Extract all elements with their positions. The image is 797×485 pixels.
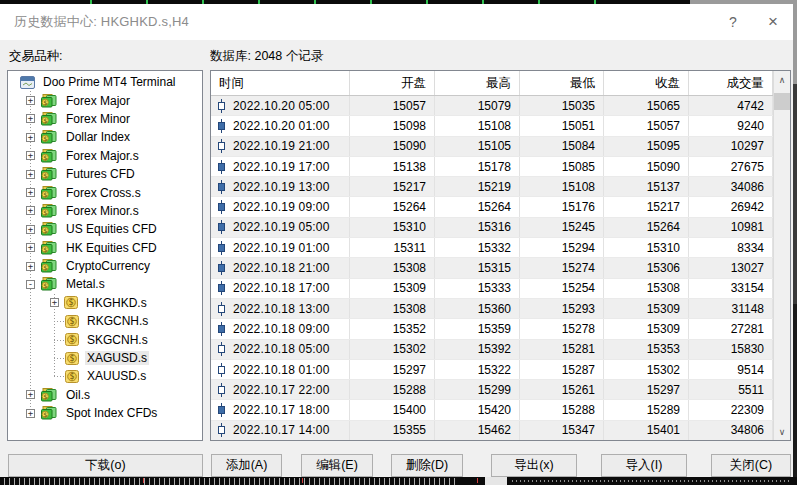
cell-low: 15254 bbox=[520, 279, 604, 298]
tree-item-oil-s[interactable]: +$Oil.s bbox=[8, 386, 202, 404]
history-table-row[interactable]: 2022.10.20 01:00150981510815051150579240 bbox=[211, 116, 773, 136]
tree-item-xauusd-s[interactable]: $XAUUSD.s bbox=[8, 367, 202, 385]
expand-icon[interactable]: + bbox=[26, 409, 35, 418]
history-center-dialog: 历史数据中心: HKGHKD.s,H4 ? × 交易品种: 数据库: 2048 … bbox=[0, 4, 793, 477]
tree-item-xagusd-s[interactable]: $XAGUSD.s bbox=[8, 349, 202, 367]
scroll-down-icon[interactable]: ∨ bbox=[774, 423, 790, 440]
history-table-row[interactable]: 2022.10.17 22:00152881529915261152975511 bbox=[211, 380, 773, 400]
cell-close: 15309 bbox=[604, 299, 689, 318]
export-button[interactable]: 导出(x) bbox=[491, 454, 577, 477]
cell-high: 15108 bbox=[435, 116, 520, 135]
candle-up-icon bbox=[217, 302, 233, 316]
tree-item-skgcnh-s[interactable]: $SKGCNH.s bbox=[8, 330, 202, 348]
tree-item-cryptocurrency[interactable]: +$CryptoCurrency bbox=[8, 257, 202, 275]
history-table-row[interactable]: 2022.10.19 21:00150901510515084150951029… bbox=[211, 137, 773, 157]
symbol-icon: $ bbox=[65, 333, 79, 346]
tree-item-label: SKGCNH.s bbox=[85, 333, 150, 347]
history-table-row[interactable]: 2022.10.19 13:00152171521915108151373408… bbox=[211, 177, 773, 197]
help-button[interactable]: ? bbox=[713, 4, 753, 40]
column-header-low: 最低 bbox=[520, 71, 604, 95]
background-chart-bottom-strip bbox=[0, 477, 797, 485]
cell-open: 15308 bbox=[350, 258, 435, 277]
table-scrollbar[interactable]: ∧ ∨ bbox=[773, 71, 790, 440]
cell-volume: 10297 bbox=[689, 137, 773, 156]
folder-icon: $ bbox=[40, 241, 58, 255]
close-icon[interactable]: × bbox=[753, 4, 793, 40]
tree-item-label: Futures CFD bbox=[64, 167, 137, 181]
expand-icon[interactable]: + bbox=[26, 114, 35, 123]
close-button[interactable]: 关闭(C) bbox=[711, 454, 791, 477]
tree-item-label: CryptoCurrency bbox=[64, 259, 152, 273]
history-table-row[interactable]: 2022.10.20 05:00150571507915035150654742 bbox=[211, 96, 773, 116]
history-table-row[interactable]: 2022.10.18 13:00153081536015293153093114… bbox=[211, 299, 773, 319]
expand-icon[interactable]: + bbox=[26, 225, 35, 234]
expand-icon[interactable]: + bbox=[26, 151, 35, 160]
cell-low: 15288 bbox=[520, 400, 604, 419]
tree-item-us-equities-cfd[interactable]: +$US Equities CFD bbox=[8, 220, 202, 238]
history-table-row[interactable]: 2022.10.17 14:00153551546215347154013480… bbox=[211, 421, 773, 440]
tree-item-hkghkd-s[interactable]: +$HKGHKD.s bbox=[8, 294, 202, 312]
tree-item-forex-minor-s[interactable]: +$Forex Minor.s bbox=[8, 202, 202, 220]
history-table-row[interactable]: 2022.10.17 18:00154001542015288152892230… bbox=[211, 400, 773, 420]
history-table-row[interactable]: 2022.10.18 09:00153521535915278153092728… bbox=[211, 319, 773, 339]
expand-icon[interactable]: + bbox=[26, 390, 35, 399]
time-value: 2022.10.20 05:00 bbox=[233, 99, 330, 113]
tree-item-metal-s[interactable]: -$Metal.s bbox=[8, 275, 202, 293]
cell-high: 15079 bbox=[435, 96, 520, 115]
svg-text:$: $ bbox=[43, 135, 47, 143]
expand-icon[interactable]: + bbox=[26, 243, 35, 252]
history-table-row[interactable]: 2022.10.18 05:00153021539215281153531583… bbox=[211, 340, 773, 360]
tree-item-hk-equities-cfd[interactable]: +$HK Equities CFD bbox=[8, 239, 202, 257]
history-table-row[interactable]: 2022.10.18 01:00152971532215287153029514 bbox=[211, 360, 773, 380]
database-records-label: 数据库: 2048 个记录 bbox=[210, 48, 323, 65]
history-center-screen: 历史数据中心: HKGHKD.s,H4 ? × 交易品种: 数据库: 2048 … bbox=[0, 0, 797, 485]
tree-item-forex-cross-s[interactable]: +$Forex Cross.s bbox=[8, 183, 202, 201]
expand-icon[interactable]: + bbox=[26, 262, 35, 271]
tree-item-forex-minor[interactable]: +$Forex Minor bbox=[8, 110, 202, 128]
tree-item-futures-cfd[interactable]: +$Futures CFD bbox=[8, 165, 202, 183]
tree-item-spot-index-cfds[interactable]: +$Spot Index CFDs bbox=[8, 404, 202, 422]
tree-item-forex-major[interactable]: +$Forex Major bbox=[8, 91, 202, 109]
import-button[interactable]: 导入(I) bbox=[601, 454, 687, 477]
tree-item-forex-major-s[interactable]: +$Forex Major.s bbox=[8, 147, 202, 165]
expand-icon[interactable]: + bbox=[26, 206, 35, 215]
cell-time: 2022.10.17 18:00 bbox=[211, 400, 350, 419]
tree-item-label: US Equities CFD bbox=[64, 222, 159, 236]
symbols-tree: Doo Prime MT4 Terminal+$Forex Major+$For… bbox=[8, 71, 202, 422]
download-button[interactable]: 下载(o) bbox=[8, 454, 203, 477]
expand-icon[interactable]: + bbox=[26, 96, 35, 105]
dialog-titlebar[interactable]: 历史数据中心: HKGHKD.s,H4 ? × bbox=[0, 4, 793, 40]
candle-down-icon bbox=[217, 322, 233, 336]
folder-icon: $ bbox=[40, 277, 58, 291]
history-table-row[interactable]: 2022.10.18 21:00153081531515274153061302… bbox=[211, 258, 773, 278]
scrollbar-thumb[interactable] bbox=[774, 93, 790, 110]
history-table-row[interactable]: 2022.10.19 09:00152641526415176152172694… bbox=[211, 197, 773, 217]
history-table-row[interactable]: 2022.10.18 17:00153091533315254153083315… bbox=[211, 279, 773, 299]
column-header-volume: 成交量 bbox=[689, 71, 773, 95]
history-table-row[interactable]: 2022.10.19 05:00153101531615245152641098… bbox=[211, 218, 773, 238]
tree-item-label: Forex Cross.s bbox=[64, 186, 143, 200]
tree-item-doo-prime-mt4-terminal[interactable]: Doo Prime MT4 Terminal bbox=[8, 73, 202, 91]
history-table-row[interactable]: 2022.10.19 17:00151381517815085150902767… bbox=[211, 157, 773, 177]
tree-item-rkgcnh-s[interactable]: $RKGCNH.s bbox=[8, 312, 202, 330]
history-table-row[interactable]: 2022.10.19 01:00153111533215294153108334 bbox=[211, 238, 773, 258]
collapse-icon[interactable]: - bbox=[26, 280, 35, 289]
cell-low: 15287 bbox=[520, 360, 604, 379]
cell-time: 2022.10.19 05:00 bbox=[211, 218, 350, 237]
cell-volume: 27281 bbox=[689, 319, 773, 338]
background-red-tick bbox=[477, 478, 478, 483]
time-value: 2022.10.18 09:00 bbox=[233, 322, 330, 336]
edit-button[interactable]: 编辑(E) bbox=[301, 454, 373, 477]
tree-item-label: Metal.s bbox=[64, 277, 107, 291]
tree-item-label: Spot Index CFDs bbox=[64, 406, 159, 420]
expand-icon[interactable]: + bbox=[26, 133, 35, 142]
tree-item-dollar-index[interactable]: +$Dollar Index bbox=[8, 128, 202, 146]
add-button[interactable]: 添加(A) bbox=[211, 454, 282, 477]
scroll-up-icon[interactable]: ∧ bbox=[774, 71, 790, 88]
expand-icon[interactable]: + bbox=[26, 188, 35, 197]
expand-icon[interactable]: + bbox=[50, 298, 59, 307]
delete-button[interactable]: 删除(D) bbox=[391, 454, 463, 477]
tree-item-label: XAGUSD.s bbox=[85, 351, 149, 365]
cell-low: 15261 bbox=[520, 380, 604, 399]
expand-icon[interactable]: + bbox=[26, 170, 35, 179]
